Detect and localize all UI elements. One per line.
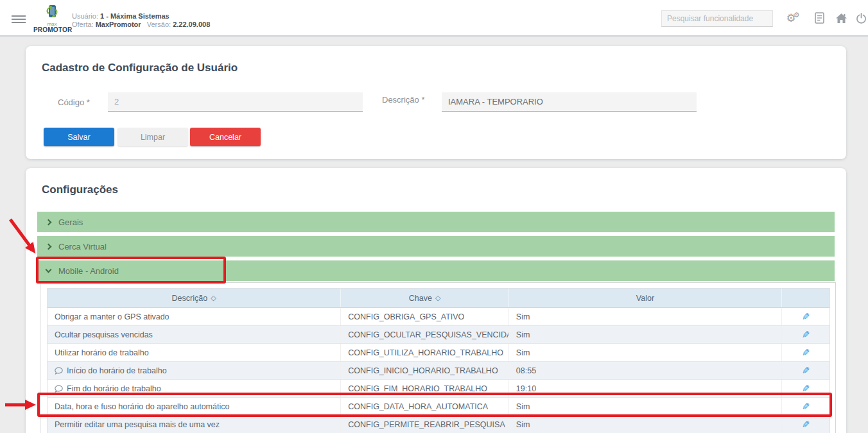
app-logo: max PROMOTOR — [33, 4, 71, 33]
hamburger-menu-icon[interactable] — [12, 15, 26, 23]
logo-text-max: max — [33, 22, 71, 26]
row-descricao: Utilizar horário de trabalho — [55, 348, 149, 357]
user-value: 1 - Máxima Sistemas — [100, 12, 169, 20]
row-valor: Sim — [516, 330, 530, 339]
sort-icon[interactable]: ◇ — [435, 294, 440, 302]
row-chave: CONFIG_PERMITE_REABRIR_PESQUISA — [348, 420, 505, 429]
edit-pencil-icon[interactable]: ✎ — [802, 419, 810, 430]
home-icon[interactable] — [833, 9, 849, 27]
edit-pencil-icon[interactable]: ✎ — [802, 383, 810, 395]
oferta-label: Oferta: — [72, 21, 94, 28]
descricao-label: Descrição * — [382, 95, 424, 105]
row-descricao: Início do horário de trabalho — [67, 366, 167, 375]
codigo-label: Código * — [58, 98, 90, 107]
session-info: Usuário: 1 - Máxima Sistemas Oferta: Max… — [72, 12, 210, 29]
edit-pencil-icon[interactable]: ✎ — [802, 401, 810, 412]
table-row[interactable]: Utilizar horário de trabalho CONFIG_UTIL… — [48, 344, 829, 362]
edit-pencil-icon[interactable]: ✎ — [802, 347, 810, 359]
row-valor: Sim — [516, 312, 530, 321]
row-chave: CONFIG_FIM_HORARIO_TRABALHO — [348, 384, 487, 393]
row-descricao: Data, hora e fuso horário do aparelho au… — [55, 402, 229, 411]
row-descricao: Ocultar pesquisas vencidas — [55, 330, 153, 339]
row-chave: CONFIG_UTILIZA_HORARIO_TRABALHO — [348, 348, 503, 357]
accordion-list: Gerais Cerca Virtual Mobile - Android — [37, 212, 835, 285]
accordion-bar-gerais[interactable]: Gerais — [37, 212, 835, 232]
config-table-body: Obrigar a manter o GPS ativado CONFIG_OB… — [48, 308, 829, 433]
maxpromotor-logo-icon — [44, 4, 60, 19]
config-table: Descrição ◇ Chave ◇ Valor Obrigar a ma — [47, 288, 830, 433]
row-descricao: Fim do horário de trabalho — [67, 384, 161, 393]
row-valor: 08:55 — [516, 366, 536, 375]
versao-value: 2.22.09.008 — [173, 21, 210, 28]
row-valor: 19:10 — [516, 384, 536, 393]
row-chave: CONFIG_OBRIGA_GPS_ATIVO — [348, 312, 464, 321]
chevron-icon — [46, 267, 52, 273]
edit-pencil-icon[interactable]: ✎ — [802, 329, 810, 341]
configuracoes-title: Configurações — [42, 183, 118, 196]
chevron-icon — [46, 243, 52, 250]
accordion-bar-cerca-virtual[interactable]: Cerca Virtual — [37, 236, 835, 257]
codigo-field[interactable] — [108, 92, 363, 112]
row-descricao: Permitir editar uma pesquisa mais de uma… — [55, 420, 220, 429]
table-row[interactable]: Data, hora e fuso horário do aparelho au… — [48, 398, 829, 416]
limpar-button[interactable]: Limpar — [117, 128, 188, 146]
sort-icon[interactable]: ◇ — [211, 294, 216, 302]
row-chave: CONFIG_DATA_HORA_AUTOMATICA — [348, 402, 488, 411]
column-header-chave[interactable]: Chave ◇ — [341, 289, 509, 307]
chevron-icon — [46, 219, 52, 225]
config-table-header: Descrição ◇ Chave ◇ Valor — [48, 289, 829, 308]
cadastro-card: Cadastro de Configuração de Usuário Códi… — [26, 46, 846, 159]
configuracoes-card: Configurações Gerais Cerca Virtual Mobil… — [26, 168, 846, 433]
accordion-label: Cerca Virtual — [58, 242, 107, 251]
comment-bubble-icon — [55, 367, 63, 375]
accordion-label: Gerais — [58, 217, 83, 227]
cadastro-title: Cadastro de Configuração de Usuário — [42, 62, 238, 74]
table-row[interactable]: Início do horário de trabalho CONFIG_INI… — [48, 362, 829, 380]
accordion-label: Mobile - Android — [58, 266, 119, 276]
top-header: max PROMOTOR Usuário: 1 - Máxima Sistema… — [0, 0, 868, 37]
row-chave: CONFIG_OCULTAR_PESQUISAS_VENCIDAS — [348, 330, 509, 339]
power-icon[interactable] — [853, 9, 868, 27]
table-row[interactable]: Permitir editar uma pesquisa mais de uma… — [48, 416, 829, 433]
versao-label: Versão: — [147, 21, 171, 28]
salvar-button[interactable]: Salvar — [44, 128, 114, 146]
user-label: Usuário: — [72, 12, 98, 20]
comment-bubble-icon — [55, 385, 63, 393]
row-valor: Sim — [516, 402, 530, 411]
search-input[interactable] — [662, 14, 769, 23]
descricao-field[interactable] — [442, 92, 697, 112]
accordion-content-panel: Descrição ◇ Chave ◇ Valor Obrigar a ma — [40, 282, 836, 433]
oferta-value: MaxPromotor — [96, 21, 141, 28]
logo-text-promotor: PROMOTOR — [33, 26, 71, 33]
accordion-bar-mobile-android[interactable]: Mobile - Android — [37, 260, 835, 281]
column-header-valor: Valor — [509, 289, 782, 307]
column-header-descricao[interactable]: Descrição ◇ — [48, 289, 341, 307]
document-icon[interactable] — [811, 9, 828, 27]
row-chave: CONFIG_INICIO_HORARIO_TRABALHO — [348, 366, 498, 375]
functionality-search — [661, 10, 773, 27]
row-valor: Sim — [516, 348, 530, 357]
table-row[interactable]: Ocultar pesquisas vencidas CONFIG_OCULTA… — [48, 326, 829, 344]
settings-gears-icon[interactable]: ⚙⚙ — [785, 9, 801, 27]
cancelar-button[interactable]: Cancelar — [190, 128, 261, 146]
table-row[interactable]: Fim do horário de trabalho CONFIG_FIM_HO… — [48, 380, 829, 398]
table-row[interactable]: Obrigar a manter o GPS ativado CONFIG_OB… — [48, 308, 829, 326]
edit-pencil-icon[interactable]: ✎ — [802, 365, 810, 377]
row-descricao: Obrigar a manter o GPS ativado — [55, 312, 169, 321]
row-valor: Sim — [516, 420, 530, 429]
column-header-actions — [782, 289, 829, 307]
edit-pencil-icon[interactable]: ✎ — [802, 311, 810, 323]
